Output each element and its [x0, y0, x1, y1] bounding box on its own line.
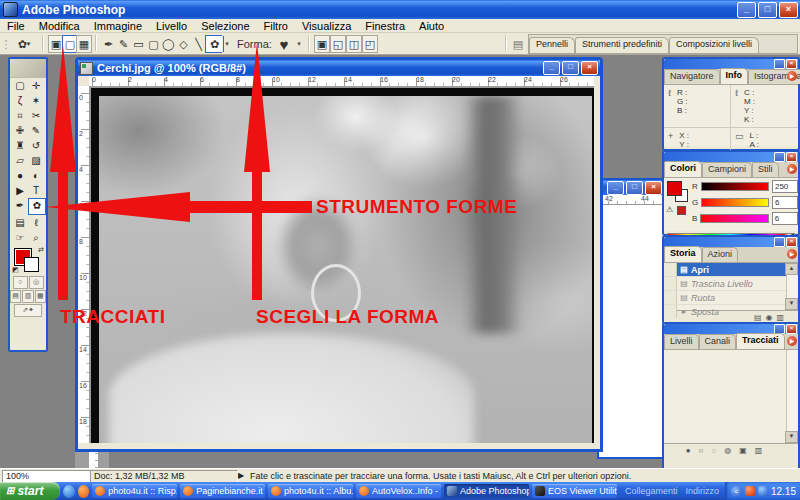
tray-icon-2[interactable] — [758, 486, 768, 496]
minimize-button[interactable] — [774, 152, 785, 162]
standard-screen-button[interactable]: ▤ — [10, 290, 21, 303]
taskbar-button-photo4u-albu[interactable]: photo4u.it :: Albu... — [268, 484, 353, 498]
fullscreen-button[interactable]: ▦ — [35, 290, 46, 303]
minimize-button[interactable]: _ — [737, 2, 756, 18]
panel-menu-icon[interactable]: ▶ — [787, 164, 797, 174]
tab-navigatore[interactable]: Navigatore — [664, 69, 720, 84]
menu-modifica[interactable]: Modifica — [32, 20, 87, 32]
tool-type[interactable]: T — [28, 183, 44, 198]
background-color-swatch[interactable] — [24, 257, 39, 272]
tool-slice[interactable]: ✂ — [28, 108, 44, 123]
tool-crop[interactable]: ⌗ — [12, 108, 28, 123]
close-icon[interactable]: × — [786, 59, 797, 69]
doc-close-button[interactable]: × — [581, 61, 598, 75]
tool-notes[interactable]: ▤ — [12, 215, 28, 230]
tool-clone-stamp[interactable]: ♜ — [12, 138, 28, 153]
shape-preview-heart-icon[interactable]: ♥ — [272, 35, 296, 53]
tool-magic-wand[interactable]: ✶ — [28, 93, 44, 108]
tab-pennelli[interactable]: Pennelli — [529, 37, 575, 53]
maximize-button[interactable]: □ — [758, 2, 777, 18]
foreground-color-swatch[interactable] — [667, 181, 682, 196]
load-path-as-selection-button[interactable]: ◌ — [711, 446, 716, 455]
tool-custom-shape-selected[interactable]: ✿ — [28, 198, 46, 215]
tool-move[interactable]: ✛ — [28, 78, 44, 93]
imageready-button[interactable]: ⇗✦ — [14, 304, 42, 317]
history-state-trascina-livello[interactable]: ▤ Trascina Livello — [664, 277, 798, 291]
toolbar-collegamenti[interactable]: Collegamenti — [625, 486, 678, 496]
history-source-checkbox[interactable] — [664, 277, 677, 290]
minimize-button[interactable]: _ — [607, 181, 624, 195]
tab-composizioni-livelli[interactable]: Composizioni livelli — [669, 37, 759, 53]
tool-gradient[interactable]: ▨ — [28, 153, 44, 168]
stroke-path-button[interactable]: ○ — [699, 446, 704, 455]
history-state-apri[interactable]: ▤ Apri — [664, 263, 798, 277]
tab-azioni[interactable]: Azioni — [702, 247, 739, 262]
taskbar-button-autovelox[interactable]: AutoVelox..Info - ... — [356, 484, 441, 498]
tool-dodge[interactable]: ◐ — [28, 168, 44, 183]
tray-icon-1[interactable] — [745, 486, 755, 496]
close-button[interactable]: × — [779, 2, 798, 18]
history-state-sposta[interactable]: ▸ Sposta — [664, 305, 798, 318]
fill-pixels-mode-button[interactable]: ▦ — [76, 35, 92, 53]
swap-colors-icon[interactable]: ⇄ — [38, 246, 44, 254]
document-titlebar[interactable]: Cerchi.jpg @ 100% (RGB/8#) _ □ × — [78, 60, 600, 76]
close-icon[interactable]: × — [786, 324, 797, 334]
menu-aiuto[interactable]: Aiuto — [412, 20, 451, 32]
chevron-down-icon[interactable]: ▾ — [294, 35, 304, 53]
g-slider[interactable] — [701, 198, 769, 207]
menu-finestra[interactable]: Finestra — [358, 20, 412, 32]
menu-livello[interactable]: Livello — [149, 20, 194, 32]
scrollbar[interactable]: ▲ ▼ — [786, 263, 798, 310]
b-slider[interactable] — [700, 214, 768, 223]
tool-eyedropper[interactable]: ℓ — [28, 215, 44, 230]
chevron-down-icon[interactable]: ▾ — [222, 35, 232, 53]
tool-history-brush[interactable]: ↺ — [28, 138, 44, 153]
document-canvas[interactable] — [89, 86, 594, 443]
internet-explorer-icon[interactable] — [63, 485, 75, 498]
tab-storia[interactable]: Storia — [664, 246, 702, 262]
intersect-shape-area-button[interactable]: ◫ — [346, 35, 362, 53]
panel-menu-icon[interactable]: ▶ — [787, 249, 797, 259]
b-value[interactable]: 6 — [772, 212, 798, 225]
tab-campioni[interactable]: Campioni — [702, 162, 752, 177]
tool-blur[interactable]: ● — [12, 168, 28, 183]
menu-selezione[interactable]: Selezione — [194, 20, 256, 32]
close-button[interactable]: × — [645, 181, 662, 195]
history-state-ruota[interactable]: ▤ Ruota — [664, 291, 798, 305]
fullscreen-menubar-button[interactable]: ▥ — [22, 290, 33, 303]
history-source-checkbox[interactable] — [664, 305, 677, 318]
tab-strumenti-predefiniti[interactable]: Strumenti predefiniti — [575, 37, 669, 53]
taskbar-button-photo4u-risp[interactable]: photo4u.it :: Risp... — [92, 484, 177, 498]
scroll-up-icon[interactable]: ▲ — [785, 263, 798, 275]
panel-menu-icon[interactable]: ▶ — [787, 71, 797, 81]
toolbar-indirizzo[interactable]: Indirizzo — [685, 486, 719, 496]
tool-path-selection[interactable]: ▶ — [12, 183, 28, 198]
history-source-checkbox[interactable] — [664, 263, 677, 276]
tool-preset-button[interactable]: ✿ ▾ — [10, 35, 38, 53]
minimize-button[interactable] — [774, 237, 785, 247]
add-shape-area-button[interactable]: ▣ — [314, 35, 330, 53]
tool-brush[interactable]: ✎ — [28, 123, 44, 138]
maximize-button[interactable]: □ — [626, 181, 643, 195]
taskbar-button-eos-viewer[interactable]: EOS Viewer Utility ... — [532, 484, 617, 498]
gamut-color-swatch[interactable] — [677, 206, 686, 215]
tool-lasso[interactable]: ζ — [12, 93, 28, 108]
tool-eraser[interactable]: ▱ — [12, 153, 28, 168]
tool-zoom[interactable]: ⌕ — [28, 230, 44, 245]
minimize-button[interactable] — [774, 59, 785, 69]
tool-healing-brush[interactable]: ✙ — [12, 123, 28, 138]
close-icon[interactable]: × — [786, 237, 797, 247]
tool-pen[interactable]: ✒ — [12, 198, 28, 213]
fill-path-button[interactable]: ● — [686, 446, 691, 455]
quick-mask-mode-button[interactable]: ◎ — [29, 276, 44, 289]
doc-maximize-button[interactable]: □ — [562, 61, 579, 75]
tab-tracciati[interactable]: Tracciati — [736, 333, 785, 349]
standard-mode-button[interactable]: ○ — [13, 276, 28, 289]
tab-stili[interactable]: Stili — [752, 162, 779, 177]
tab-livelli[interactable]: Livelli — [664, 334, 699, 349]
scrollbar[interactable]: ▼ — [786, 350, 798, 443]
start-button[interactable]: ⊞ start — [0, 482, 60, 500]
hide-icons-chevron-icon[interactable]: < — [731, 486, 742, 497]
default-colors-icon[interactable]: ◩ — [12, 266, 19, 274]
make-work-path-button[interactable]: ◍ — [724, 446, 731, 455]
